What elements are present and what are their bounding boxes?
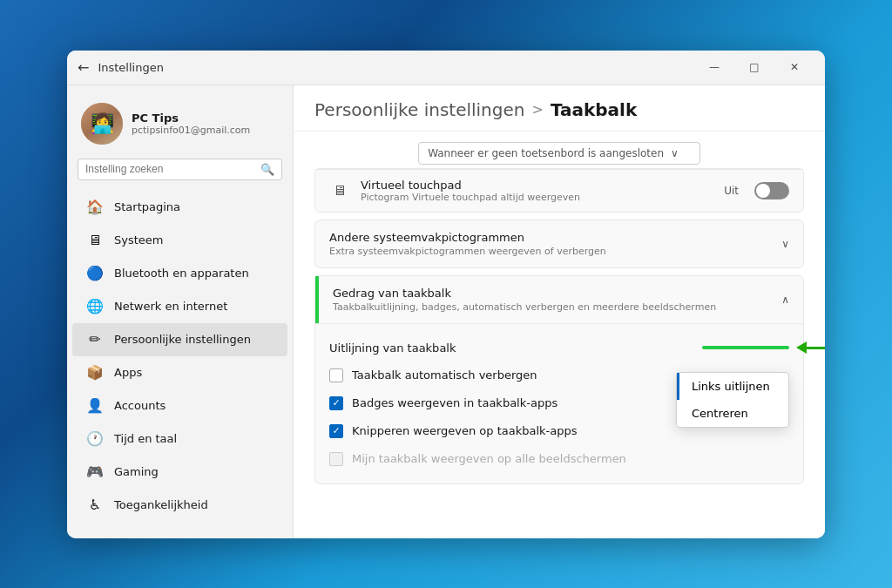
- virtueel-touchpad-card: 🖥 Virtueel touchpad Pictogram Virtuele t…: [314, 168, 804, 213]
- tijdentaal-icon: 🕐: [86, 430, 104, 448]
- knipperen-label: Knipperen weergeven op taakbalk-apps: [352, 424, 578, 437]
- startpagina-label: Startpagina: [114, 200, 180, 213]
- gedrag-title: Gedrag van taakbalk: [333, 287, 781, 300]
- sidebar-item-gaming[interactable]: 🎮 Gaming: [72, 456, 287, 489]
- search-input[interactable]: [85, 163, 255, 175]
- andere-chevron-icon: ∨: [781, 238, 789, 250]
- back-button[interactable]: ←: [78, 59, 89, 76]
- bluetooth-label: Bluetooth en apparaten: [114, 267, 249, 280]
- touchpad-text: Virtueel touchpad Pictogram Virtuele tou…: [361, 179, 713, 203]
- title-bar: ← Instellingen — □ ✕: [67, 51, 825, 85]
- tijdentaal-label: Tijd en taal: [114, 432, 177, 445]
- apps-icon: 📦: [86, 364, 104, 382]
- uitlijning-dropdown-popup: Links uitlijnen Centreren: [676, 372, 789, 428]
- touchpad-item: 🖥 Virtueel touchpad Pictogram Virtuele t…: [315, 169, 803, 212]
- andere-systeemvak-header[interactable]: Andere systeemvakpictogrammen Extra syst…: [315, 220, 803, 267]
- sidebar-item-persoonlijk[interactable]: ✏ Persoonlijke instellingen: [72, 323, 287, 356]
- uitlijning-row: Uitlijning van taakbalk Links uitlijnen …: [329, 335, 789, 362]
- arrow-indicator: [796, 341, 825, 354]
- profile-info: PC Tips pctipsinfo01@gmail.com: [132, 112, 279, 136]
- touchpad-title: Virtueel touchpad: [361, 179, 713, 192]
- netwerk-label: Netwerk en internet: [114, 300, 227, 313]
- sidebar-item-systeem[interactable]: 🖥 Systeem: [72, 224, 287, 257]
- beeldschermen-label: Mijn taakbalk weergeven op alle beeldsch…: [352, 452, 626, 465]
- accounts-label: Accounts: [114, 399, 166, 412]
- main-content: Persoonlijke instellingen > Taakbalk Wan…: [294, 85, 825, 538]
- profile-email: pctipsinfo01@gmail.com: [132, 125, 279, 136]
- beeldschermen-checkbox: [329, 452, 343, 466]
- search-icon: 🔍: [260, 163, 274, 176]
- toegankelijkheid-label: Toegankelijkheid: [114, 498, 208, 511]
- breadcrumb-parent: Persoonlijke instellingen: [314, 99, 524, 120]
- keyboard-dropdown[interactable]: Wanneer er geen toetsenbord is aangeslot…: [418, 142, 700, 165]
- gaming-icon: 🎮: [86, 463, 104, 481]
- persoonlijk-label: Persoonlijke instellingen: [114, 333, 251, 346]
- content-area: 🖥 Virtueel touchpad Pictogram Virtuele t…: [294, 168, 825, 512]
- close-button[interactable]: ✕: [774, 54, 814, 80]
- beeldschermen-row: Mijn taakbalk weergeven op alle beeldsch…: [329, 445, 789, 473]
- touchpad-subtitle: Pictogram Virtuele touchpad altijd weerg…: [361, 192, 713, 203]
- profile-name: PC Tips: [132, 112, 279, 125]
- main-header: Persoonlijke instellingen > Taakbalk: [294, 85, 825, 132]
- arrow-head-icon: [796, 341, 807, 354]
- sidebar-item-netwerk[interactable]: 🌐 Netwerk en internet: [72, 290, 287, 323]
- knipperen-checkbox[interactable]: ✓: [329, 424, 343, 438]
- profile-section: 👩‍💻 PC Tips pctipsinfo01@gmail.com: [67, 96, 293, 159]
- avatar: 👩‍💻: [81, 103, 123, 145]
- sidebar: 👩‍💻 PC Tips pctipsinfo01@gmail.com 🔍 🏠 S…: [67, 85, 294, 538]
- sidebar-item-bluetooth[interactable]: 🔵 Bluetooth en apparaten: [72, 257, 287, 290]
- badges-checkbox[interactable]: ✓: [329, 396, 343, 410]
- sidebar-item-accounts[interactable]: 👤 Accounts: [72, 389, 287, 422]
- verbergen-label: Taakbalk automatisch verbergen: [352, 368, 537, 382]
- maximize-button[interactable]: □: [734, 54, 774, 80]
- keyboard-dropdown-chevron: ∨: [671, 147, 679, 159]
- bluetooth-icon: 🔵: [86, 265, 104, 282]
- search-box[interactable]: 🔍: [78, 159, 282, 180]
- sidebar-item-apps[interactable]: 📦 Apps: [72, 356, 287, 389]
- sidebar-item-tijdentaal[interactable]: 🕐 Tijd en taal: [72, 422, 287, 456]
- keyboard-dropdown-label: Wanneer er geen toetsenbord is aangeslot…: [428, 147, 664, 159]
- gaming-label: Gaming: [114, 465, 159, 478]
- touchpad-icon: 🖥: [329, 180, 350, 201]
- andere-systeemvak-title: Andere systeemvakpictogrammen: [329, 231, 781, 244]
- andere-systeemvak-card: Andere systeemvakpictogrammen Extra syst…: [314, 220, 804, 268]
- toegankelijkheid-icon: ♿: [86, 497, 104, 514]
- uitlijning-progress: [702, 346, 789, 349]
- toggle-thumb: [756, 184, 770, 198]
- minimize-button[interactable]: —: [694, 54, 734, 80]
- toggle-label: Uit: [724, 185, 739, 197]
- sidebar-item-toegankelijkheid[interactable]: ♿ Toegankelijkheid: [72, 489, 287, 522]
- gedrag-card: Gedrag van taakbalk Taakbalkuitlijning, …: [314, 275, 804, 484]
- persoonlijk-icon: ✏: [86, 331, 104, 348]
- uitlijning-label: Uitlijning van taakbalk: [329, 341, 702, 355]
- option-links-uitlijnen[interactable]: Links uitlijnen: [677, 373, 788, 400]
- accounts-icon: 👤: [86, 397, 104, 415]
- window-controls: — □ ✕: [694, 54, 814, 80]
- startpagina-icon: 🏠: [86, 199, 104, 216]
- systeem-icon: 🖥: [86, 232, 104, 249]
- andere-systeemvak-subtitle: Extra systeemvakpictogrammen weergeven o…: [329, 246, 781, 257]
- window-body: 👩‍💻 PC Tips pctipsinfo01@gmail.com 🔍 🏠 S…: [67, 85, 825, 538]
- option-centreren[interactable]: Centreren: [677, 400, 788, 427]
- sidebar-item-startpagina[interactable]: 🏠 Startpagina: [72, 191, 287, 224]
- badges-label: Badges weergeven in taakbalk-apps: [352, 396, 558, 409]
- gedrag-subtitle: Taakbalkuitlijning, badges, automatisch …: [333, 301, 781, 313]
- gedrag-chevron-icon: ∧: [781, 294, 789, 306]
- window-title: Instellingen: [98, 61, 694, 74]
- systeem-label: Systeem: [114, 233, 163, 247]
- netwerk-icon: 🌐: [86, 298, 104, 315]
- verbergen-checkbox[interactable]: [329, 368, 343, 382]
- touchpad-toggle[interactable]: [754, 182, 789, 199]
- nav-list: 🏠 Startpagina 🖥 Systeem 🔵 Bluetooth en a…: [67, 191, 293, 522]
- arrow-line: [807, 347, 825, 349]
- gedrag-expanded: Uitlijning van taakbalk Links uitlijnen …: [315, 323, 803, 483]
- gedrag-header[interactable]: Gedrag van taakbalk Taakbalkuitlijning, …: [315, 276, 803, 323]
- breadcrumb-sep: >: [531, 101, 543, 118]
- uitlijning-dropdown-control: Links uitlijnen Centreren: [702, 346, 789, 349]
- apps-label: Apps: [114, 366, 142, 379]
- settings-window: ← Instellingen — □ ✕ 👩‍💻 PC Tips pctipsi…: [67, 51, 825, 538]
- breadcrumb: Persoonlijke instellingen > Taakbalk: [314, 99, 804, 120]
- breadcrumb-current: Taakbalk: [551, 99, 637, 120]
